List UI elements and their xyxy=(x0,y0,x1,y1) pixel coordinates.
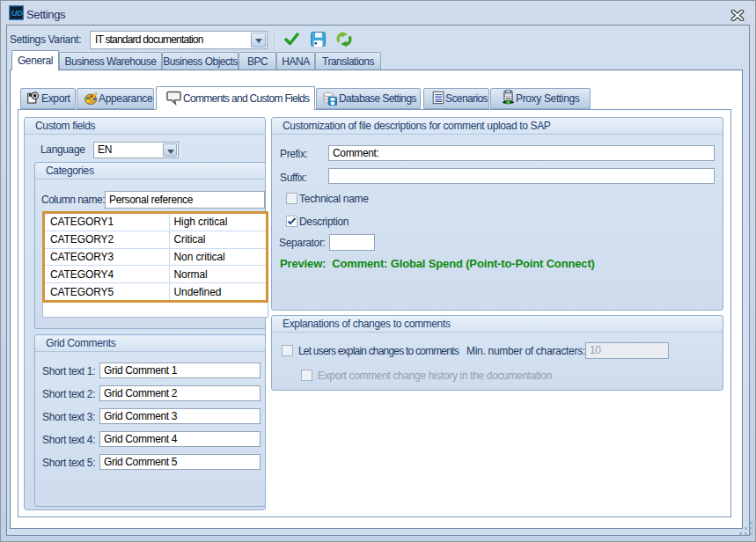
svg-text:UD: UD xyxy=(11,9,23,18)
